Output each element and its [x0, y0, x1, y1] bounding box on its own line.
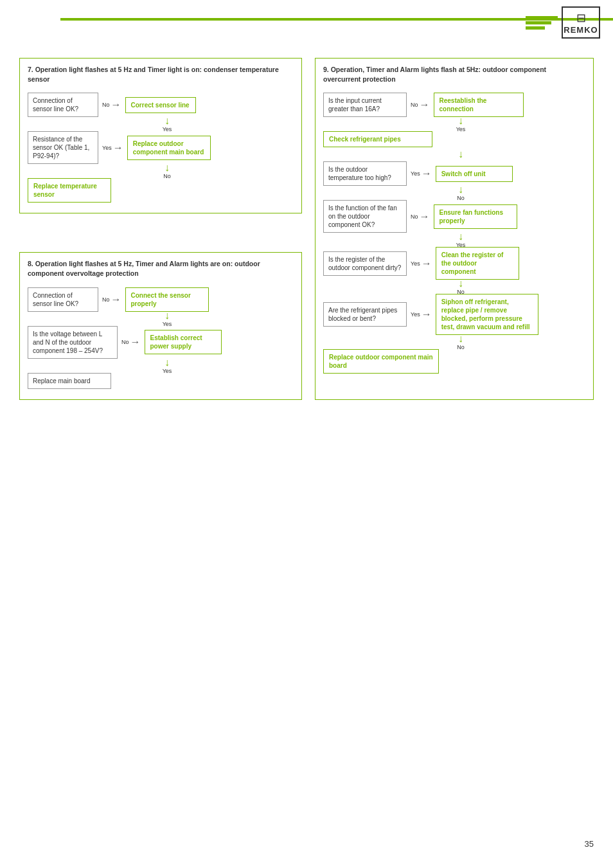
s9-yes1-label: Yes — [456, 126, 466, 132]
s8-q1-arrow: No → — [102, 294, 121, 305]
s8-result1: Connect the sensor properly — [125, 287, 209, 312]
s7-q1-arrow: No → — [102, 99, 121, 111]
s9-no2: ↓ No — [336, 186, 585, 200]
section-8: 8. Operation light flashes at 5 Hz, Time… — [19, 252, 302, 399]
s9-yes3: ↓ Yes — [336, 233, 585, 247]
s9-q3: Is the function of the fan on the outdoo… — [323, 200, 407, 233]
s9-down2: ↓ — [336, 147, 585, 161]
s9-q1: Is the input current greater than 16A? — [323, 93, 407, 117]
logo-bars — [526, 16, 558, 30]
s9-result1: Reestablish the connection — [434, 93, 524, 117]
section-7-title: 7. Operation light flashes at 5 Hz and T… — [28, 65, 294, 84]
s7-q2-yes-label: Yes — [102, 145, 112, 151]
s7-no2: ↓ No — [40, 164, 294, 178]
s8-q2-arrow: No → — [121, 336, 141, 348]
s7-q2: Resistance of the sensor OK (Table 1, P9… — [28, 131, 98, 164]
s9-q1-arrow: No → — [411, 99, 430, 111]
logo-area: ⊟ REMKO — [526, 6, 600, 39]
s8-yes2-label: Yes — [163, 368, 172, 374]
s7-result2: Replace outdoor component main board — [127, 136, 211, 160]
s9-result5: Siphon off refrigerant, replace pipe / r… — [436, 294, 538, 335]
section-7-diagram: Connection of sensor line OK? No → Corre… — [28, 93, 294, 203]
logo-box: ⊟ REMKO — [562, 6, 600, 39]
s9-row1: Is the input current greater than 16A? N… — [323, 93, 585, 117]
s7-result3: Replace temperature sensor — [28, 178, 111, 203]
s9-yes1: ↓ Yes — [336, 117, 585, 131]
s8-q1-no-label: No — [102, 296, 110, 303]
s9-row4: Is the register of the outdoor component… — [323, 247, 585, 280]
s9-no5: ↓ No — [336, 335, 585, 349]
s8-q2-no-label: No — [121, 339, 129, 345]
s9-result3: Ensure fan functions properly — [434, 204, 517, 229]
s9-result2: Switch off unit — [436, 166, 513, 182]
right-column: 9. Operation, Timer and Alarm lights fla… — [315, 58, 594, 400]
s7-q2-arrow: Yes → — [102, 142, 123, 154]
s9-row2: Is the outdoor temperature too high? Yes… — [323, 161, 585, 186]
s8-yes2: ↓ Yes — [40, 359, 294, 373]
s7-result1: Correct sensor line — [125, 97, 196, 113]
section-9: 9. Operation, Timer and Alarm lights fla… — [315, 58, 594, 400]
s9-q5-arrow: Yes → — [411, 309, 432, 320]
s9-q2-yes: Yes — [411, 170, 420, 177]
s8-result3: Replace main board — [28, 373, 111, 389]
section-7: 7. Operation light flashes at 5 Hz and T… — [19, 58, 302, 213]
s9-row5: Are the refrigerant pipes blocked or ben… — [323, 294, 585, 335]
page-number: 35 — [585, 839, 594, 849]
main-content: 7. Operation light flashes at 5 Hz and T… — [19, 58, 594, 400]
s9-q1-no: No — [411, 102, 418, 108]
logo-icon: ⊟ — [576, 11, 586, 25]
s9-q2-arrow: Yes → — [411, 168, 432, 179]
s9-q2: Is the outdoor temperature too high? — [323, 161, 407, 186]
s8-row1: Connection of sensor line OK? No → Conne… — [28, 287, 294, 312]
s9-q4-arrow: Yes → — [411, 258, 432, 269]
s8-row2: Is the voltage between L and N of the ou… — [28, 326, 294, 359]
s9-result4: Clean the register of the outdoor compon… — [436, 247, 519, 280]
s7-q1: Connection of sensor line OK? — [28, 93, 98, 117]
s9-q3-no: No — [411, 213, 418, 220]
s7-row1: Connection of sensor line OK? No → Corre… — [28, 93, 294, 117]
s8-result2: Establish correct power supply — [145, 330, 222, 354]
section-9-diagram: Is the input current greater than 16A? N… — [323, 93, 585, 374]
s8-yes1: ↓ Yes — [40, 312, 294, 326]
s8-q2: Is the voltage between L and N of the ou… — [28, 326, 118, 359]
s7-row2: Resistance of the sensor OK (Table 1, P9… — [28, 131, 294, 164]
s7-yes1: ↓ Yes — [40, 117, 294, 131]
left-column: 7. Operation light flashes at 5 Hz and T… — [19, 58, 302, 400]
s8-q1: Connection of sensor line OK? — [28, 287, 98, 312]
s9-q4-yes: Yes — [411, 260, 420, 267]
s9-no5-label: No — [457, 344, 465, 350]
s9-final: Replace outdoor component main board — [323, 349, 439, 374]
s9-q5: Are the refrigerant pipes blocked or ben… — [323, 302, 407, 327]
section-8-diagram: Connection of sensor line OK? No → Conne… — [28, 287, 294, 389]
s9-mid1: Check refrigerant pipes — [323, 131, 432, 147]
section-8-title: 8. Operation light flashes at 5 Hz, Time… — [28, 259, 294, 278]
s9-q4: Is the register of the outdoor component… — [323, 251, 407, 276]
s9-q3-arrow: No → — [411, 211, 430, 222]
s9-no4: ↓ No — [336, 280, 585, 294]
brand-name: REMKO — [564, 25, 598, 35]
s9-row3: Is the function of the fan on the outdoo… — [323, 200, 585, 233]
s9-q5-yes: Yes — [411, 311, 420, 318]
s7-no2-label: No — [163, 173, 171, 179]
section-9-title: 9. Operation, Timer and Alarm lights fla… — [323, 65, 585, 84]
s7-q1-no-label: No — [102, 102, 110, 108]
